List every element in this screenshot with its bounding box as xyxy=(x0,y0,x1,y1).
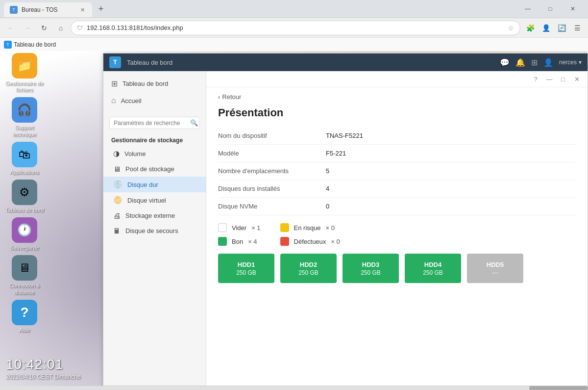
back-link-label: Retour xyxy=(222,93,241,101)
disk-hdd1-name: HDD1 xyxy=(238,261,255,268)
account-button[interactable]: 👤 xyxy=(539,21,553,35)
sidebar-item-disque-dur-label: Disque dur xyxy=(127,181,158,188)
support-icon: 🎧 xyxy=(12,97,37,123)
menu-button[interactable]: ☰ xyxy=(570,21,584,35)
bookmark-icon[interactable]: ☆ xyxy=(508,24,514,32)
disk-tile-hdd4[interactable]: HDD4 250 GB xyxy=(405,254,461,283)
bottom-scrollbar[interactable] xyxy=(0,386,588,390)
sidebar-nav-label-dashboard: Tableau de bord xyxy=(122,80,168,87)
nav-forward-button[interactable]: → xyxy=(21,21,34,35)
sidebar-item-stockage-externe[interactable]: 🖨 Stockage externe xyxy=(103,208,206,223)
sidebar-search[interactable]: 🔍 xyxy=(109,117,200,129)
clock-time: 10:42:01 xyxy=(6,357,81,372)
disk-tile-hdd5[interactable]: HDD5 --- xyxy=(467,254,523,283)
disque-secours-icon: 🖩 xyxy=(113,227,121,235)
disk-hdd1-size: 250 GB xyxy=(236,269,256,276)
extensions-button[interactable]: 🧩 xyxy=(523,21,537,35)
desktop-icons: 📁 Gestionnaire de fichiers 🎧 Support tec… xyxy=(5,53,44,334)
sidebar-item-volume-label: Volume xyxy=(124,150,146,157)
search-input[interactable] xyxy=(114,120,187,127)
browser-toolbar-right: 🧩 👤 🔄 ☰ xyxy=(523,21,584,35)
toolbar-strip-label[interactable]: Tableau de bord xyxy=(14,41,56,48)
new-tab-button[interactable]: + xyxy=(94,2,108,16)
address-text: 192.168.0.131:8181/tos/index.php xyxy=(87,24,504,31)
window-close-button[interactable]: ✕ xyxy=(562,1,584,16)
sidebar-item-pool[interactable]: 🖥 Pool de stockage xyxy=(103,161,206,177)
window-maximize-button[interactable]: □ xyxy=(539,1,562,16)
content-header: ? — □ ✕ xyxy=(206,71,588,87)
browser-tab[interactable]: T Bureau - TOS ✕ xyxy=(4,2,92,17)
disk-tile-hdd2[interactable]: HDD2 250 GB xyxy=(280,254,337,283)
remote-icon: 🖥 xyxy=(12,255,37,281)
address-bar[interactable]: 🛡 192.168.0.131:8181/tos/index.php ☆ xyxy=(71,21,520,35)
disk-tile-hdd3[interactable]: HDD3 250 GB xyxy=(343,254,399,283)
content-help-button[interactable]: ? xyxy=(531,74,540,84)
content-close-button[interactable]: ✕ xyxy=(572,74,582,84)
chat-icon[interactable]: 💬 xyxy=(500,58,510,67)
disk-hdd5-name: HDD5 xyxy=(487,261,504,268)
sidebar-nav-items: ⊞ Tableau de bord ⌂ Accueil xyxy=(103,71,206,113)
content-maximize-button[interactable]: □ xyxy=(558,74,568,84)
desktop-icon-dashboard[interactable]: ⚙ Tableau de bord xyxy=(5,180,44,213)
sidebar-nav-item-dashboard[interactable]: ⊞ Tableau de bord xyxy=(103,75,206,92)
desktop-icon-applications[interactable]: 🛍 Applications xyxy=(5,142,44,176)
sidebar-item-volume[interactable]: ◑ Volume xyxy=(103,146,206,161)
help-label: Aide xyxy=(19,327,30,334)
nav-home-button[interactable]: ⌂ xyxy=(54,21,68,35)
info-label-nvme: Disque NVMe xyxy=(218,203,326,210)
desktop-icon-support[interactable]: 🎧 Support technique xyxy=(5,97,44,137)
tos-user[interactable]: nerces ▾ xyxy=(559,59,582,66)
backup-label: Sauvegarde xyxy=(10,245,39,251)
tab-favicon: T xyxy=(10,6,18,14)
file-manager-label: Gestionnaire de fichiers xyxy=(5,80,44,93)
search-icon: 🔍 xyxy=(190,119,198,127)
bottom-scrollbar-thumb[interactable] xyxy=(529,386,588,390)
disk-hdd4-name: HDD4 xyxy=(424,261,441,268)
desktop-icon-backup[interactable]: 🕐 Sauvegarde xyxy=(5,217,44,251)
grid-icon[interactable]: ⊞ xyxy=(531,58,538,67)
user-avatar-icon[interactable]: 👤 xyxy=(543,58,553,67)
desktop-icon-file-manager[interactable]: 📁 Gestionnaire de fichiers xyxy=(5,53,44,93)
disk-tile-hdd1[interactable]: HDD1 250 GB xyxy=(218,254,274,283)
support-label: Support technique xyxy=(5,125,44,137)
nav-back-button[interactable]: ← xyxy=(4,21,18,35)
status-item-good: Bon × 4 xyxy=(218,237,261,246)
window-controls: — □ ✕ xyxy=(516,1,584,16)
tab-title: Bureau - TOS xyxy=(22,6,74,13)
tab-close-button[interactable]: ✕ xyxy=(78,6,86,14)
window-minimize-button[interactable]: — xyxy=(516,1,539,16)
sidebar-item-disque-secours[interactable]: 🖩 Disque de secours xyxy=(103,223,206,238)
browser-nav-bar: ← → ↻ ⌂ 🛡 192.168.0.131:8181/tos/index.p… xyxy=(0,18,588,37)
content-minimize-button[interactable]: — xyxy=(544,74,554,84)
disk-hdd2-name: HDD2 xyxy=(300,261,317,268)
status-group-left: Vider × 1 Bon × 4 xyxy=(218,223,261,246)
nav-refresh-button[interactable]: ↻ xyxy=(37,21,51,35)
status-section: Vider × 1 Bon × 4 En risque × 0 Défectu xyxy=(206,215,588,254)
page-title: Présentation xyxy=(206,103,588,127)
home-nav-icon: ⌂ xyxy=(111,96,116,105)
disks-section: HDD1 250 GB HDD2 250 GB HDD3 250 GB HDD4… xyxy=(206,254,588,295)
browser-title-bar: T Bureau - TOS ✕ + — □ ✕ xyxy=(0,0,588,18)
info-label-installed-disks: Disques durs installés xyxy=(218,185,326,192)
sidebar-item-disque-secours-label: Disque de secours xyxy=(125,227,178,234)
account-sync-button[interactable]: 🔄 xyxy=(555,21,568,35)
disk-hdd2-size: 250 GB xyxy=(298,269,318,276)
info-row-slots: Nombre d'emplacements 5 xyxy=(218,162,576,180)
disk-hdd5-size: --- xyxy=(492,269,498,276)
desktop-icon-help[interactable]: ? Aide xyxy=(5,300,44,334)
backup-icon: 🕐 xyxy=(12,217,37,243)
desktop-icon-remote[interactable]: 🖥 Connexion à distance xyxy=(5,255,44,295)
status-name-risk: En risque xyxy=(294,224,321,232)
status-item-risk: En risque × 0 xyxy=(280,223,340,232)
info-value-model: F5-221 xyxy=(326,150,346,157)
tos-logo: T xyxy=(109,56,121,68)
sidebar-section-title: Gestionnaire de stockage xyxy=(103,133,206,146)
sidebar-item-disque-virtuel[interactable]: 📀 Disque virtuel xyxy=(103,192,206,208)
info-label-slots: Nombre d'emplacements xyxy=(218,167,326,175)
sidebar-nav-item-home[interactable]: ⌂ Accueil xyxy=(103,92,206,109)
notifications-icon[interactable]: 🔔 xyxy=(515,58,525,67)
info-row-nvme: Disque NVMe 0 xyxy=(218,198,576,215)
back-chevron-icon: ‹ xyxy=(218,93,220,101)
back-link[interactable]: ‹ Retour xyxy=(206,87,588,103)
sidebar-item-disque-dur[interactable]: 💿 Disque dur xyxy=(103,177,206,192)
